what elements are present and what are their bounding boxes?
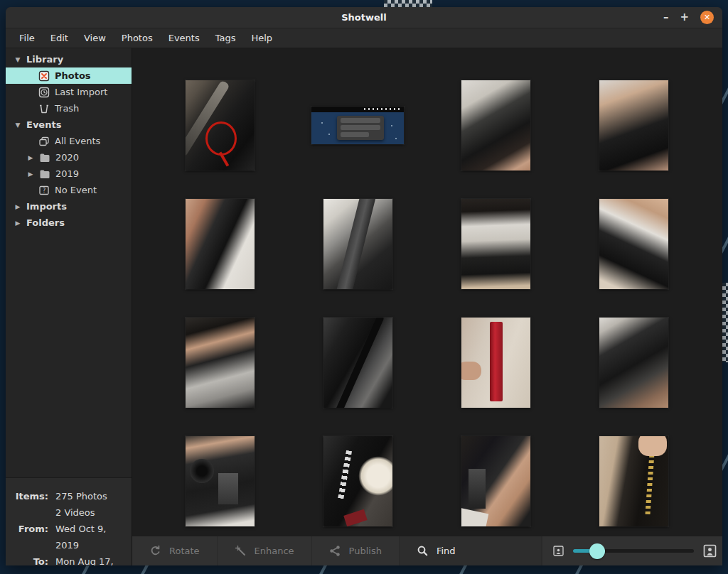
red-ram-stick: [490, 322, 503, 401]
zoom-in-photo-icon[interactable]: [702, 543, 717, 558]
wand-icon: [235, 545, 247, 557]
photo-thumbnail[interactable]: [599, 318, 668, 408]
photo-thumbnail[interactable]: [461, 436, 530, 526]
sidebar-item-2020[interactable]: ▶ 2020: [6, 149, 132, 166]
titlebar: Shotwell – + ✕: [6, 7, 722, 28]
info-videos-row: 2 Videos: [11, 504, 126, 521]
minimize-button[interactable]: –: [663, 12, 669, 23]
screenshot-dropdown-menu: [337, 116, 384, 140]
thumbnail-zoom-control: [542, 536, 722, 565]
wallpaper-checker-right: [722, 283, 728, 362]
window-title: Shotwell: [6, 12, 722, 23]
photos-icon: [38, 70, 50, 82]
photo-thumbnail[interactable]: [311, 107, 404, 144]
bottom-toolbar: Rotate Enhance Publish: [132, 536, 722, 565]
photo-thumbnail[interactable]: [599, 80, 668, 170]
window-controls: – + ✕: [663, 11, 722, 24]
photo-thumbnail[interactable]: [323, 199, 392, 289]
sidebar-item-all-events[interactable]: All Events: [6, 133, 132, 149]
library-info-panel: Items: 275 Photos 2 Videos From: Wed Oct…: [6, 477, 132, 565]
shotwell-window: Shotwell – + ✕ File Edit View Photos Eve…: [6, 7, 722, 565]
sidebar-section-imports[interactable]: ▶ Imports: [6, 198, 132, 215]
all-events-icon: [38, 136, 50, 147]
menu-file[interactable]: File: [11, 28, 43, 48]
folder-icon: [39, 168, 50, 180]
photo-thumbnail[interactable]: [323, 436, 392, 526]
info-items-row: Items: 275 Photos: [11, 488, 126, 504]
sidebar-section-folders[interactable]: ▶ Folders: [6, 215, 132, 231]
zoom-out-photo-icon[interactable]: [552, 545, 564, 557]
trash-icon: [38, 103, 50, 114]
info-to-label: To:: [11, 553, 48, 565]
screenshot-menubar-icons: [364, 108, 401, 110]
sidebar-item-2019[interactable]: ▶ 2019: [6, 166, 132, 182]
rotate-button[interactable]: Rotate: [132, 536, 218, 565]
chevron-right-icon[interactable]: ▶: [27, 154, 34, 161]
photo-thumbnail[interactable]: [599, 199, 668, 289]
menu-help[interactable]: Help: [243, 28, 280, 48]
photo-grid-area: Rotate Enhance Publish: [132, 48, 722, 565]
chevron-right-icon[interactable]: ▶: [27, 170, 34, 178]
menu-edit[interactable]: Edit: [43, 28, 76, 48]
svg-text:?: ?: [43, 188, 46, 194]
clock-icon: [38, 87, 50, 98]
chevron-right-icon[interactable]: ▶: [14, 220, 21, 227]
red-circle-annotation: [205, 121, 237, 156]
photo-thumbnail[interactable]: [186, 318, 255, 408]
photo-thumbnail[interactable]: [186, 199, 255, 289]
sidebar-item-last-import[interactable]: Last Import: [6, 84, 132, 100]
enhance-button[interactable]: Enhance: [218, 536, 312, 565]
sidebar-section-events[interactable]: ▼ Events: [6, 117, 132, 133]
info-videos-value: 2 Videos: [55, 504, 95, 521]
slider-handle[interactable]: [589, 543, 605, 559]
folder-icon: [39, 152, 50, 163]
info-to-value: Mon Aug 17, 2020: [55, 553, 126, 565]
chevron-right-icon[interactable]: ▶: [14, 203, 21, 210]
info-from-label: From:: [11, 521, 48, 553]
sidebar-item-trash[interactable]: Trash: [6, 100, 132, 117]
photo-thumbnail[interactable]: [599, 436, 668, 526]
sidebar-section-library[interactable]: ▼ Library: [6, 51, 132, 67]
menu-tags[interactable]: Tags: [208, 28, 244, 48]
photo-thumbnail[interactable]: [186, 436, 255, 526]
menu-photos[interactable]: Photos: [114, 28, 161, 48]
share-icon: [329, 545, 341, 557]
find-button[interactable]: Find: [400, 536, 542, 565]
menu-events[interactable]: Events: [161, 28, 208, 48]
no-event-icon: ?: [38, 185, 50, 196]
menu-bar: File Edit View Photos Events Tags Help: [6, 28, 722, 48]
photo-thumbnail[interactable]: [186, 80, 255, 170]
info-items-label: Items:: [11, 488, 48, 504]
info-from-row: From: Wed Oct 9, 2019: [11, 521, 126, 553]
close-button[interactable]: ✕: [700, 11, 714, 24]
photo-thumbnail[interactable]: [461, 199, 530, 289]
info-from-value: Wed Oct 9, 2019: [55, 521, 126, 553]
menu-view[interactable]: View: [76, 28, 114, 48]
info-to-row: To: Mon Aug 17, 2020: [11, 553, 126, 565]
photo-thumbnail[interactable]: [461, 318, 530, 408]
rotate-icon: [149, 545, 161, 557]
photo-thumbnail[interactable]: [461, 80, 530, 170]
publish-button[interactable]: Publish: [312, 536, 400, 565]
sidebar-item-no-event[interactable]: ? No Event: [6, 182, 132, 198]
maximize-button[interactable]: +: [680, 12, 689, 23]
sidebar-item-photos[interactable]: Photos: [6, 67, 132, 84]
thumbnail-size-slider[interactable]: [573, 549, 694, 553]
thumbnail-grid: [132, 48, 722, 536]
chevron-down-icon[interactable]: ▼: [14, 121, 21, 129]
info-items-value: 275 Photos: [55, 488, 107, 504]
sidebar: ▼ Library Photos Last Import: [6, 48, 132, 565]
photo-thumbnail[interactable]: [323, 318, 392, 408]
wallpaper-checker-top: [384, 0, 432, 7]
chevron-down-icon[interactable]: ▼: [14, 56, 21, 63]
search-icon: [417, 545, 429, 557]
